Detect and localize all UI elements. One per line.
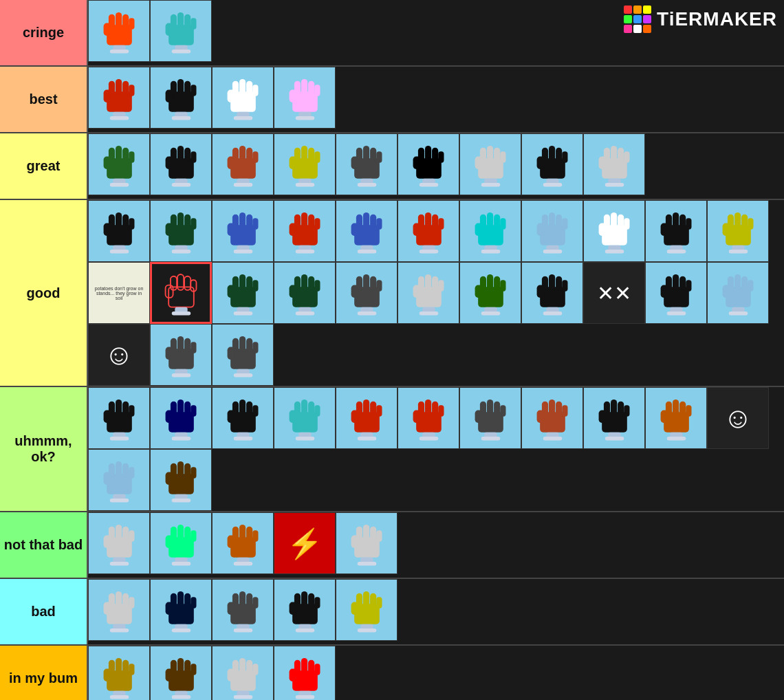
tier-item-gr2[interactable] bbox=[150, 133, 212, 195]
svg-rect-279 bbox=[728, 311, 748, 316]
tier-item-ba1[interactable] bbox=[88, 579, 150, 641]
tier-item-u9[interactable] bbox=[583, 387, 645, 449]
tier-item-u5[interactable] bbox=[336, 387, 398, 449]
svg-rect-181 bbox=[562, 218, 567, 230]
svg-rect-437 bbox=[190, 597, 196, 609]
tier-item-b3[interactable] bbox=[212, 67, 274, 129]
tier-item-u10[interactable] bbox=[645, 387, 707, 449]
svg-rect-127 bbox=[109, 250, 129, 254]
tier-item-go7[interactable] bbox=[459, 200, 521, 262]
svg-rect-226 bbox=[294, 276, 300, 289]
tier-item-ib4[interactable] bbox=[274, 646, 336, 700]
tier-item-go22[interactable] bbox=[707, 262, 769, 324]
tier-item-u11[interactable]: ☺ bbox=[707, 387, 769, 449]
svg-rect-423 bbox=[357, 562, 376, 566]
svg-rect-324 bbox=[308, 401, 314, 415]
svg-rect-283 bbox=[177, 336, 184, 352]
tier-item-go19[interactable] bbox=[521, 262, 583, 324]
tier-item-go13[interactable] bbox=[150, 262, 212, 324]
tier-item-ba4[interactable] bbox=[274, 579, 336, 641]
tier-item-u4[interactable] bbox=[274, 387, 336, 449]
tier-item-nb1[interactable] bbox=[88, 512, 150, 574]
tier-item-u8[interactable] bbox=[521, 387, 583, 449]
tier-row-notbad: not that bad bbox=[0, 512, 784, 579]
tier-item-u6[interactable] bbox=[398, 387, 459, 449]
tier-item-go20[interactable]: ✕✕ bbox=[583, 262, 645, 324]
svg-rect-148 bbox=[308, 214, 314, 228]
svg-rect-266 bbox=[665, 276, 671, 289]
tier-item-go16[interactable] bbox=[336, 262, 398, 324]
svg-rect-83 bbox=[363, 146, 369, 162]
svg-rect-138 bbox=[232, 214, 238, 228]
svg-rect-147 bbox=[301, 212, 307, 228]
tier-item-go9[interactable] bbox=[583, 200, 645, 262]
tier-item-ba2[interactable] bbox=[150, 579, 212, 641]
tier-item-nb2[interactable] bbox=[150, 512, 212, 574]
tier-item-c2[interactable] bbox=[150, 0, 212, 62]
tier-item-nb3[interactable] bbox=[212, 512, 274, 574]
tier-item-u1[interactable] bbox=[88, 387, 150, 449]
tier-item-go1[interactable] bbox=[88, 200, 150, 262]
svg-rect-490 bbox=[294, 659, 300, 673]
tier-item-go25[interactable] bbox=[212, 324, 274, 386]
svg-rect-173 bbox=[500, 218, 505, 230]
tier-item-ib1[interactable] bbox=[88, 646, 150, 700]
tier-item-go24[interactable] bbox=[150, 324, 212, 386]
tier-item-ba5[interactable] bbox=[336, 579, 398, 641]
svg-rect-252 bbox=[494, 276, 500, 289]
tier-item-gr6[interactable] bbox=[398, 133, 459, 195]
tier-item-go14[interactable] bbox=[212, 262, 274, 324]
svg-rect-458 bbox=[356, 593, 362, 606]
tier-item-gr1[interactable] bbox=[88, 133, 150, 195]
tier-item-go21[interactable] bbox=[645, 262, 707, 324]
svg-rect-299 bbox=[116, 400, 122, 415]
tier-item-gr9[interactable] bbox=[583, 133, 645, 195]
tier-item-b2[interactable] bbox=[150, 67, 212, 129]
tier-item-go17[interactable] bbox=[398, 262, 459, 324]
tier-item-go15[interactable] bbox=[274, 262, 336, 324]
tier-item-u7[interactable] bbox=[459, 387, 521, 449]
svg-rect-434 bbox=[170, 593, 176, 606]
tier-item-go11[interactable] bbox=[707, 200, 769, 262]
svg-rect-47 bbox=[295, 116, 314, 120]
tier-item-go2[interactable] bbox=[150, 200, 212, 262]
tier-item-go4[interactable] bbox=[274, 200, 336, 262]
tier-item-ib2[interactable] bbox=[150, 646, 212, 700]
svg-rect-122 bbox=[108, 214, 114, 228]
tier-item-ba3[interactable] bbox=[212, 579, 274, 641]
svg-rect-45 bbox=[314, 85, 320, 96]
tier-item-u12[interactable] bbox=[88, 449, 150, 511]
tier-item-go6[interactable] bbox=[398, 200, 459, 262]
tier-item-u2[interactable] bbox=[150, 387, 212, 449]
tier-row-uhmmm: uhmmm, ok? bbox=[0, 387, 784, 512]
tier-item-gr3[interactable] bbox=[212, 133, 274, 195]
svg-rect-301 bbox=[129, 405, 134, 417]
tier-item-c1[interactable] bbox=[88, 0, 150, 62]
tier-item-gr8[interactable] bbox=[521, 133, 583, 195]
svg-rect-98 bbox=[479, 147, 486, 161]
tier-item-gr4[interactable] bbox=[274, 133, 336, 195]
svg-rect-250 bbox=[479, 276, 486, 289]
tier-item-go10[interactable] bbox=[645, 200, 707, 262]
tier-item-b1[interactable] bbox=[88, 67, 150, 129]
svg-rect-370 bbox=[665, 401, 671, 415]
logo-cell bbox=[624, 6, 632, 14]
svg-rect-60 bbox=[184, 147, 190, 161]
tier-item-b4[interactable] bbox=[274, 67, 336, 129]
tier-label-bad: bad bbox=[0, 579, 88, 644]
tier-item-gr7[interactable] bbox=[459, 133, 521, 195]
tier-label-notbad: not that bad bbox=[0, 512, 88, 578]
tier-item-u13[interactable] bbox=[150, 449, 212, 511]
tier-item-ib3[interactable] bbox=[212, 646, 274, 700]
tier-item-nb5[interactable] bbox=[336, 512, 398, 574]
tier-item-nb4[interactable]: ⚡ bbox=[274, 512, 336, 574]
tier-item-go18[interactable] bbox=[459, 262, 521, 324]
tier-item-gr5[interactable] bbox=[336, 133, 398, 195]
tier-item-go23[interactable]: ☺ bbox=[88, 324, 150, 386]
tier-item-go5[interactable] bbox=[336, 200, 398, 262]
tier-item-u3[interactable] bbox=[212, 387, 274, 449]
svg-rect-397 bbox=[129, 530, 134, 542]
tier-item-go12[interactable]: potatoes don't grow on stands... they gr… bbox=[88, 262, 150, 324]
tier-item-go8[interactable] bbox=[521, 200, 583, 262]
tier-item-go3[interactable] bbox=[212, 200, 274, 262]
